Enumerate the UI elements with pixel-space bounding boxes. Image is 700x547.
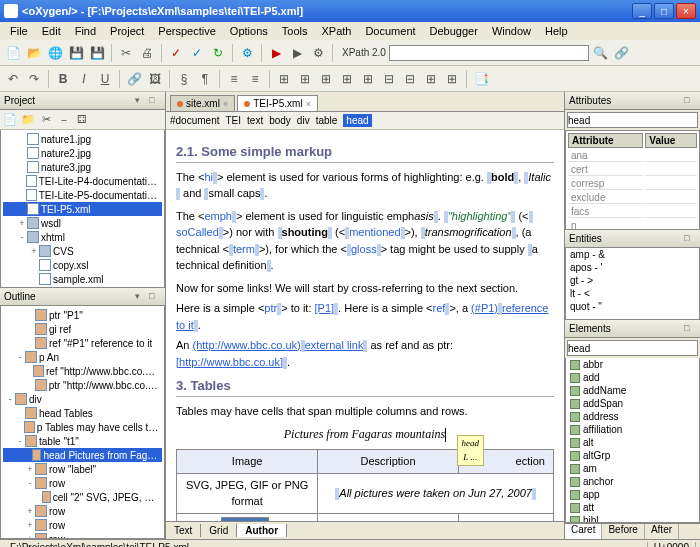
ol-button[interactable]: ≡ bbox=[246, 70, 264, 88]
tree-item[interactable]: nature2.jpg bbox=[3, 146, 162, 160]
tree-item[interactable]: +CVS bbox=[3, 244, 162, 258]
bold-button[interactable]: B bbox=[54, 70, 72, 88]
italic-button[interactable]: I bbox=[75, 70, 93, 88]
menu-tools[interactable]: Tools bbox=[276, 24, 314, 38]
caret-tab[interactable]: Caret bbox=[565, 524, 602, 539]
collapse-button[interactable]: − bbox=[56, 112, 72, 128]
menu-file[interactable]: File bbox=[4, 24, 34, 38]
attributes-combo[interactable] bbox=[567, 112, 698, 128]
outline-item[interactable]: ptr "http://www.bbc.co.uk" bbox=[3, 378, 162, 392]
menu-help[interactable]: Help bbox=[539, 24, 574, 38]
add-file-button[interactable]: 📄 bbox=[2, 112, 18, 128]
wellformed-button[interactable]: ✓ bbox=[188, 44, 206, 62]
crumb-div[interactable]: div bbox=[297, 115, 310, 126]
tree-item[interactable]: nature3.jpg bbox=[3, 160, 162, 174]
remove-button[interactable]: ✂ bbox=[38, 112, 54, 128]
panel-min-icon[interactable]: □ bbox=[684, 95, 696, 107]
tree-item[interactable]: -xhtml bbox=[3, 230, 162, 244]
entity-item[interactable]: quot - " bbox=[566, 300, 699, 313]
outline-item[interactable]: -row bbox=[3, 476, 162, 490]
transform-button[interactable]: ⚙ bbox=[238, 44, 256, 62]
crumb-head[interactable]: head bbox=[343, 114, 371, 127]
editor-tab-site[interactable]: site.xml× bbox=[170, 95, 235, 111]
save-as-button[interactable]: 💾 bbox=[88, 44, 106, 62]
outline-item[interactable]: +row bbox=[3, 518, 162, 532]
mode-grid-tab[interactable]: Grid bbox=[201, 524, 237, 537]
attributes-table[interactable]: AttributeValue anacertcorrespexcludefacs… bbox=[565, 130, 700, 230]
project-tree[interactable]: nature1.jpgnature2.jpgnature3.jpgTEI-Lit… bbox=[0, 130, 165, 288]
col-before-button[interactable]: ⊞ bbox=[338, 70, 356, 88]
outline-item[interactable]: +row "label" bbox=[3, 462, 162, 476]
entity-item[interactable]: gt - > bbox=[566, 274, 699, 287]
outline-item[interactable]: -div bbox=[3, 392, 162, 406]
cut-button[interactable]: ✂ bbox=[117, 44, 135, 62]
redo-button[interactable]: ↷ bbox=[25, 70, 43, 88]
attr-row[interactable]: ana bbox=[568, 150, 697, 162]
link-button[interactable]: 🔗 bbox=[613, 44, 631, 62]
menu-edit[interactable]: Edit bbox=[36, 24, 67, 38]
validate-button[interactable]: ✓ bbox=[167, 44, 185, 62]
config-button[interactable]: ⚙ bbox=[309, 44, 327, 62]
add-folder-button[interactable]: 📁 bbox=[20, 112, 36, 128]
menu-options[interactable]: Options bbox=[224, 24, 274, 38]
xpath-run-button[interactable]: 🔍 bbox=[592, 44, 610, 62]
attr-col-value[interactable]: Value bbox=[645, 133, 697, 148]
para-button[interactable]: ¶ bbox=[196, 70, 214, 88]
panel-min-icon[interactable]: □ bbox=[149, 291, 161, 303]
crumb-text[interactable]: text bbox=[247, 115, 263, 126]
row-above-button[interactable]: ⊞ bbox=[296, 70, 314, 88]
panel-min-icon[interactable]: □ bbox=[149, 95, 161, 107]
attr-row[interactable]: exclude bbox=[568, 192, 697, 204]
menu-xpath[interactable]: XPath bbox=[315, 24, 357, 38]
menu-perspective[interactable]: Perspective bbox=[152, 24, 221, 38]
open-button[interactable]: 📂 bbox=[25, 44, 43, 62]
element-item[interactable]: affiliation bbox=[566, 423, 699, 436]
element-item[interactable]: app bbox=[566, 488, 699, 501]
outline-item[interactable]: +row bbox=[3, 504, 162, 518]
editor-body[interactable]: 2.1. Some simple markup The <hi> element… bbox=[166, 130, 564, 521]
tree-item[interactable]: copy.xsl bbox=[3, 258, 162, 272]
entity-item[interactable]: lt - < bbox=[566, 287, 699, 300]
maximize-button[interactable]: □ bbox=[654, 3, 674, 19]
merge-button[interactable]: ⊞ bbox=[422, 70, 440, 88]
run-button[interactable]: ▶ bbox=[267, 44, 285, 62]
element-item[interactable]: alt bbox=[566, 436, 699, 449]
col-after-button[interactable]: ⊞ bbox=[359, 70, 377, 88]
panel-menu-icon[interactable]: ▾ bbox=[135, 291, 147, 303]
element-item[interactable]: bibl bbox=[566, 514, 699, 523]
del-row-button[interactable]: ⊟ bbox=[380, 70, 398, 88]
panel-min-icon[interactable]: □ bbox=[684, 323, 696, 335]
crumb-table[interactable]: table bbox=[316, 115, 338, 126]
close-button[interactable]: × bbox=[676, 3, 696, 19]
tree-item[interactable]: nature1.jpg bbox=[3, 132, 162, 146]
attr-col-name[interactable]: Attribute bbox=[568, 133, 643, 148]
close-tab-icon[interactable]: × bbox=[223, 99, 228, 109]
element-item[interactable]: att bbox=[566, 501, 699, 514]
tree-item[interactable]: TEI-P5.xml bbox=[3, 202, 162, 216]
editor-tab-tei[interactable]: TEI-P5.xml× bbox=[237, 95, 318, 111]
element-item[interactable]: anchor bbox=[566, 475, 699, 488]
elements-combo[interactable] bbox=[567, 340, 698, 356]
crumb-tei[interactable]: TEI bbox=[225, 115, 241, 126]
outline-item[interactable]: +row bbox=[3, 532, 162, 539]
attr-row[interactable]: facs bbox=[568, 206, 697, 218]
element-item[interactable]: addSpan bbox=[566, 397, 699, 410]
element-item[interactable]: altGrp bbox=[566, 449, 699, 462]
entity-item[interactable]: apos - ' bbox=[566, 261, 699, 274]
menu-window[interactable]: Window bbox=[486, 24, 537, 38]
outline-item[interactable]: ref "#P1" reference to it bbox=[3, 336, 162, 350]
crumb-document[interactable]: #document bbox=[170, 115, 219, 126]
underline-button[interactable]: U bbox=[96, 70, 114, 88]
outline-item[interactable]: head Tables bbox=[3, 406, 162, 420]
save-button[interactable]: 💾 bbox=[67, 44, 85, 62]
before-tab[interactable]: Before bbox=[602, 524, 644, 539]
print-button[interactable]: 🖨 bbox=[138, 44, 156, 62]
section-button[interactable]: § bbox=[175, 70, 193, 88]
image-button[interactable]: 🖼 bbox=[146, 70, 164, 88]
row-below-button[interactable]: ⊞ bbox=[317, 70, 335, 88]
element-item[interactable]: address bbox=[566, 410, 699, 423]
tree-item[interactable]: sample.xml bbox=[3, 272, 162, 286]
link-insert-button[interactable]: 🔗 bbox=[125, 70, 143, 88]
outline-item[interactable]: -p An bbox=[3, 350, 162, 364]
menu-debugger[interactable]: Debugger bbox=[424, 24, 484, 38]
